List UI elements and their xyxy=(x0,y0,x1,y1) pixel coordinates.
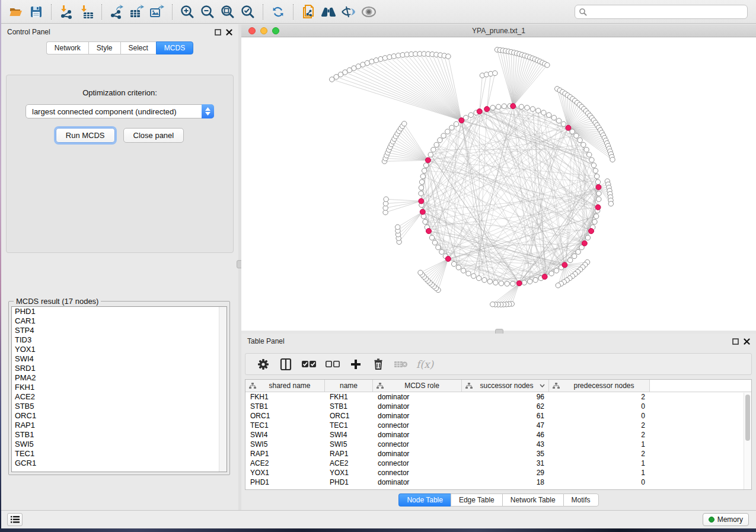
search-input[interactable] xyxy=(590,8,744,16)
graph-node[interactable] xyxy=(428,152,433,157)
graph-node[interactable] xyxy=(530,107,535,111)
graph-node[interactable] xyxy=(594,214,598,219)
graph-node[interactable] xyxy=(477,109,482,114)
close-panel-icon[interactable] xyxy=(226,29,232,36)
graph-node[interactable] xyxy=(471,274,476,278)
table-row[interactable]: ACE2ACE2connector311 xyxy=(245,459,751,468)
graph-node[interactable] xyxy=(423,163,428,168)
graph-node[interactable] xyxy=(441,133,446,138)
graph-node[interactable] xyxy=(570,129,575,134)
graph-node[interactable] xyxy=(502,104,506,108)
import-table-icon[interactable] xyxy=(76,2,97,21)
zoom-in-icon[interactable] xyxy=(177,2,197,21)
graph-node[interactable] xyxy=(547,113,551,117)
graph-node[interactable] xyxy=(436,245,441,249)
graph-node[interactable] xyxy=(426,229,431,234)
export-network-icon[interactable] xyxy=(107,2,127,21)
search-box[interactable] xyxy=(575,5,748,19)
graph-node[interactable] xyxy=(432,240,437,245)
memory-button[interactable]: Memory xyxy=(703,513,749,526)
mcds-result-item[interactable]: SWI5 xyxy=(12,440,227,449)
run-mcds-button[interactable]: Run MCDS xyxy=(56,128,115,143)
network-titlebar[interactable]: YPA_prune.txt_1 xyxy=(241,24,756,37)
table-tab-node-table[interactable]: Node Table xyxy=(398,493,451,507)
graph-node[interactable] xyxy=(395,225,400,229)
search-binoculars-icon[interactable] xyxy=(318,2,339,21)
graph-node[interactable] xyxy=(525,105,529,110)
mcds-result-item[interactable]: SWI4 xyxy=(12,354,227,364)
float-panel-icon[interactable] xyxy=(732,338,739,345)
graph-node[interactable] xyxy=(490,105,495,110)
graph-node[interactable] xyxy=(582,241,587,246)
graph-node[interactable] xyxy=(420,174,425,178)
graph-node[interactable] xyxy=(482,277,487,282)
graph-node[interactable] xyxy=(419,198,424,204)
tab-network[interactable]: Network xyxy=(46,41,88,55)
graph-node[interactable] xyxy=(419,180,424,184)
graph-node[interactable] xyxy=(519,104,524,109)
graph-node[interactable] xyxy=(578,137,582,142)
graph-node[interactable] xyxy=(596,184,601,190)
export-table-icon[interactable] xyxy=(127,2,147,21)
tab-mcds[interactable]: MCDS xyxy=(156,41,193,55)
graph-node[interactable] xyxy=(434,142,439,147)
graph-node[interactable] xyxy=(418,270,423,275)
close-panel-button[interactable]: Close panel xyxy=(123,128,184,143)
graph-node[interactable] xyxy=(446,54,451,59)
float-panel-icon[interactable] xyxy=(215,29,221,36)
graph-node[interactable] xyxy=(516,281,522,286)
graph-node[interactable] xyxy=(423,219,428,224)
graph-node[interactable] xyxy=(528,279,532,284)
network-graph[interactable] xyxy=(241,37,756,331)
import-network-icon[interactable] xyxy=(56,2,76,21)
mcds-result-item[interactable]: PMA2 xyxy=(12,373,227,383)
graph-node[interactable] xyxy=(461,268,465,273)
table-scrollbar[interactable] xyxy=(744,393,751,489)
mcds-result-item[interactable]: STB5 xyxy=(12,402,227,411)
graph-node[interactable] xyxy=(402,121,407,126)
network-canvas[interactable] xyxy=(241,37,756,331)
column-header-successor-nodes[interactable]: successor nodes xyxy=(462,380,549,392)
graph-node[interactable] xyxy=(536,108,541,113)
task-history-button[interactable] xyxy=(7,513,23,526)
refresh-icon[interactable] xyxy=(268,2,288,21)
mcds-result-item[interactable]: TEC1 xyxy=(12,449,227,459)
graph-node[interactable] xyxy=(445,256,451,261)
graph-node[interactable] xyxy=(422,168,426,173)
graph-node[interactable] xyxy=(387,55,392,59)
deselect-all-icon[interactable] xyxy=(325,357,340,372)
graph-node[interactable] xyxy=(484,107,490,112)
graph-node[interactable] xyxy=(522,280,527,285)
tab-select[interactable]: Select xyxy=(120,41,156,55)
mcds-result-item[interactable]: PHD1 xyxy=(12,307,227,316)
graph-node[interactable] xyxy=(610,157,615,162)
result-scrollbar[interactable] xyxy=(219,307,227,472)
table-tab-network-table[interactable]: Network Table xyxy=(502,493,563,507)
column-header-shared-name[interactable]: shared name xyxy=(245,380,325,392)
add-column-icon[interactable] xyxy=(349,357,363,372)
mcds-result-item[interactable]: STP4 xyxy=(12,326,227,335)
hide-graphics-icon[interactable] xyxy=(339,2,359,21)
graph-node[interactable] xyxy=(431,147,436,152)
select-all-icon[interactable] xyxy=(301,357,317,372)
mcds-result-item[interactable]: TID3 xyxy=(12,335,227,345)
mcds-result-item[interactable]: SRD1 xyxy=(12,364,227,373)
table-tab-edge-table[interactable]: Edge Table xyxy=(451,493,502,507)
open-network-in-browser-icon[interactable] xyxy=(298,2,318,21)
graph-node[interactable] xyxy=(584,147,589,152)
node-table[interactable]: shared namenameMCDS rolesuccessor nodesp… xyxy=(245,379,752,490)
graph-node[interactable] xyxy=(551,115,556,120)
graph-node[interactable] xyxy=(449,125,454,130)
graph-node[interactable] xyxy=(511,281,515,286)
mcds-result-item[interactable]: ORC1 xyxy=(12,411,227,421)
graph-node[interactable] xyxy=(454,121,458,126)
graph-node[interactable] xyxy=(581,142,586,147)
graph-node[interactable] xyxy=(493,70,497,75)
graph-node[interactable] xyxy=(549,271,554,275)
graph-node[interactable] xyxy=(429,235,434,240)
zoom-out-icon[interactable] xyxy=(197,2,218,21)
graph-node[interactable] xyxy=(542,274,547,280)
column-header-predecessor-nodes[interactable]: predecessor nodes xyxy=(549,380,650,392)
graph-node[interactable] xyxy=(476,275,481,280)
graph-node[interactable] xyxy=(451,261,456,266)
